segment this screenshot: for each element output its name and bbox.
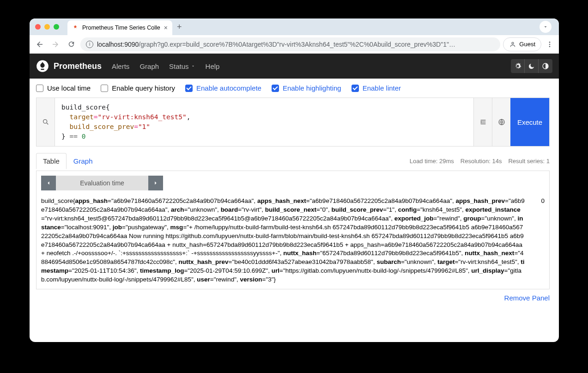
gear-icon: [514, 62, 521, 70]
titlebar: Prometheus Time Series Colle × +: [30, 18, 559, 35]
result-tabs-row: Table Graph Load time: 29ms Resolution: …: [30, 147, 556, 171]
local-time-checkbox[interactable]: Use local time: [36, 84, 91, 92]
page-content: Use local time Enable query history Enab…: [30, 79, 559, 342]
search-icon: [42, 118, 49, 126]
nav-help[interactable]: Help: [206, 62, 220, 70]
chevron-down-icon: [191, 64, 195, 68]
nav-graph[interactable]: Graph: [139, 62, 159, 70]
forward-button[interactable]: [49, 38, 62, 51]
result-series: Result series: 1: [508, 158, 550, 165]
chevron-right-icon: [152, 180, 159, 186]
url-input[interactable]: i localhost:9090/graph?g0.expr=build_sco…: [80, 37, 500, 51]
prometheus-icon: [36, 60, 49, 73]
query-panel: build_score{ target="rv-virt:knsh64_test…: [36, 98, 550, 147]
checkbox-icon: [185, 85, 193, 92]
theme-auto-button[interactable]: [511, 59, 525, 73]
checkbox-icon: [101, 85, 108, 92]
eval-time-next-button[interactable]: [148, 176, 163, 190]
back-button[interactable]: [33, 38, 46, 51]
reload-button[interactable]: [65, 38, 78, 51]
app-navbar: Prometheus Alerts Graph Status Help: [30, 54, 559, 79]
site-info-icon[interactable]: i: [86, 41, 93, 48]
tabs-dropdown-button[interactable]: [540, 21, 552, 33]
tab-title: Prometheus Time Series Colle: [82, 24, 160, 31]
tab-graph[interactable]: Graph: [67, 153, 100, 169]
theme-dark-button[interactable]: [525, 59, 539, 73]
app-logo[interactable]: Prometheus: [36, 60, 102, 73]
resolution: Resolution: 14s: [461, 158, 502, 165]
browser-menu-button[interactable]: [544, 41, 555, 48]
favicon-icon: [72, 24, 79, 31]
metric-value: 0: [526, 197, 545, 284]
result-row: build_score{apps_hash="a6b9e718460a56722…: [36, 195, 549, 289]
format-query-button[interactable]: [473, 98, 492, 146]
load-time: Load time: 29ms: [410, 158, 454, 165]
moon-icon: [528, 63, 535, 70]
browser-tab[interactable]: Prometheus Time Series Colle ×: [67, 20, 172, 35]
person-icon: [509, 41, 516, 48]
expression-link-button[interactable]: [492, 98, 510, 146]
url-bar-row: i localhost:9090/graph?g0.expr=build_sco…: [30, 35, 559, 54]
linter-checkbox[interactable]: Enable linter: [352, 84, 401, 92]
app-brand: Prometheus: [54, 61, 102, 71]
traffic-lights: [35, 24, 59, 30]
result-panel: Evaluation time build_score{apps_hash="a…: [36, 171, 550, 289]
browser-window: Prometheus Time Series Colle × + i local…: [30, 18, 559, 342]
profile-button[interactable]: Guest: [503, 37, 541, 51]
svg-point-6: [43, 120, 47, 123]
evaluation-time-row: Evaluation time: [36, 171, 549, 195]
metrics-explorer-button[interactable]: [36, 98, 55, 146]
chevron-left-icon: [45, 180, 52, 186]
globe-icon: [498, 118, 505, 126]
indent-icon: [479, 118, 487, 126]
svg-point-1: [549, 42, 551, 43]
minimize-window-icon[interactable]: [44, 24, 50, 30]
autocomplete-checkbox[interactable]: Enable autocomplete: [185, 84, 261, 92]
tab-table[interactable]: Table: [36, 153, 67, 169]
execute-button[interactable]: Execute: [510, 98, 549, 146]
svg-point-0: [512, 42, 514, 44]
checkbox-icon: [272, 85, 279, 92]
nav-status[interactable]: Status: [169, 62, 195, 70]
maximize-window-icon[interactable]: [54, 24, 59, 30]
eval-time-input[interactable]: Evaluation time: [56, 176, 148, 190]
metric-labels: build_score{apps_hash="a6b9e718460a56722…: [41, 197, 526, 284]
tab-close-icon[interactable]: ×: [164, 24, 168, 31]
remove-panel-button[interactable]: Remove Panel: [504, 294, 550, 302]
checkbox-icon: [36, 85, 43, 92]
svg-point-2: [549, 43, 551, 45]
nav-alerts[interactable]: Alerts: [112, 62, 129, 70]
checkbox-icon: [352, 85, 359, 92]
theme-toggle-group: [511, 59, 552, 73]
svg-point-3: [549, 46, 551, 47]
url-text: localhost:9090/graph?g0.expr=build_score…: [97, 41, 455, 48]
new-tab-button[interactable]: +: [177, 22, 182, 32]
contrast-icon: [542, 62, 549, 70]
query-editor[interactable]: build_score{ target="rv-virt:knsh64_test…: [55, 98, 473, 146]
theme-light-button[interactable]: [539, 59, 552, 73]
query-options: Use local time Enable query history Enab…: [30, 79, 556, 98]
query-history-checkbox[interactable]: Enable query history: [101, 84, 175, 92]
close-window-icon[interactable]: [35, 24, 41, 30]
eval-time-prev-button[interactable]: [41, 176, 56, 190]
highlighting-checkbox[interactable]: Enable highlighting: [272, 84, 341, 92]
